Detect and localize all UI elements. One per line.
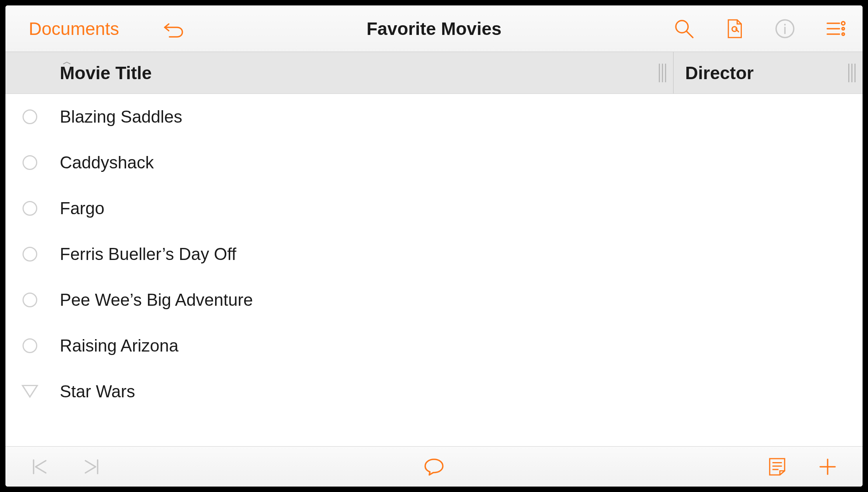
svg-point-8 [842,21,845,25]
nav-first-button[interactable] [29,455,52,478]
note-button[interactable] [766,455,789,478]
column-header-row: ︿ Movie Title Director [5,52,863,94]
row-title[interactable]: Star Wars [60,382,135,401]
list-item[interactable]: Raising Arizona [5,323,863,369]
svg-line-1 [687,31,693,38]
note-icon [766,456,788,478]
view-options-button[interactable] [824,17,847,40]
undo-button[interactable] [162,17,185,40]
svg-point-10 [842,33,844,35]
column-resize-handle[interactable] [848,64,856,82]
list-item[interactable]: Ferris Bueller’s Day Off [5,231,863,277]
row-bullet-icon[interactable] [23,201,37,216]
column-resize-handle[interactable] [659,64,666,82]
add-button[interactable] [816,455,839,478]
list-item[interactable]: Caddyshack [5,140,863,185]
sort-ascending-icon: ︿ [63,56,71,68]
column-header-director[interactable]: Director [673,52,863,94]
tools-button[interactable] [723,17,746,40]
page-title: Favorite Movies [366,19,502,39]
nav-last-icon [80,456,102,478]
row-bullet-icon[interactable] [23,155,37,170]
documents-link[interactable]: Documents [29,18,119,39]
list-item[interactable]: Fargo [5,185,863,231]
column-header-movie-title[interactable]: ︿ Movie Title [5,52,673,94]
outline-list: Blazing Saddles Caddyshack Fargo Ferris … [5,94,863,446]
row-bullet-icon[interactable] [23,247,37,262]
wrench-document-icon [724,18,745,40]
row-title[interactable]: Fargo [60,199,104,218]
row-disclosure-icon[interactable] [21,385,38,398]
row-title[interactable]: Caddyshack [60,153,154,172]
search-button[interactable] [672,17,696,40]
row-bullet-icon[interactable] [23,109,37,124]
comment-icon [423,456,445,478]
row-title[interactable]: Pee Wee’s Big Adventure [60,290,253,310]
nav-first-icon [30,456,51,478]
nav-last-button[interactable] [79,455,102,478]
row-bullet-icon[interactable] [23,338,37,353]
undo-icon [163,18,184,40]
list-item[interactable]: Blazing Saddles [5,94,863,140]
column-header-label: Director [685,62,753,83]
column-header-label: Movie Title [60,62,152,83]
list-item[interactable]: Pee Wee’s Big Adventure [5,277,863,323]
top-toolbar: Documents Favorite Movies [5,5,863,52]
row-bullet-icon[interactable] [23,293,37,307]
row-title[interactable]: Ferris Bueller’s Day Off [60,244,236,264]
row-title[interactable]: Blazing Saddles [60,107,182,126]
info-icon [774,18,796,40]
list-options-icon [825,18,846,40]
add-icon [817,456,838,478]
svg-point-9 [842,27,844,29]
info-button[interactable] [773,17,797,40]
bottom-toolbar [5,446,863,487]
comment-button[interactable] [422,455,446,478]
row-title[interactable]: Raising Arizona [60,336,179,355]
svg-point-3 [784,24,786,25]
search-icon [673,18,695,40]
list-item[interactable]: Star Wars [5,369,863,414]
